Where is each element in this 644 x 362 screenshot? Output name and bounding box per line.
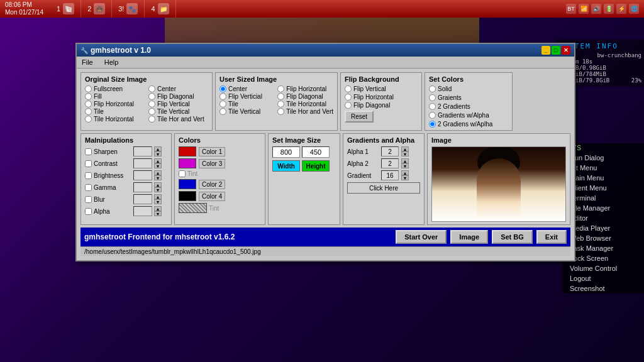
contrast-input[interactable]	[133, 158, 152, 168]
orig-tile-vertical-radio[interactable]	[148, 108, 155, 115]
user-flip-h[interactable]: Flip Horizontal	[277, 85, 333, 92]
user-tile-hv[interactable]: Tile Hor and Vert	[277, 108, 333, 115]
alpha2-up[interactable]: ▲	[401, 158, 409, 163]
color2-swatch[interactable]	[179, 179, 196, 189]
gamma-down[interactable]: ▼	[154, 187, 162, 192]
color-gradients[interactable]: Graients	[429, 94, 508, 101]
contrast-up[interactable]: ▲	[154, 158, 162, 163]
orig-flip-horizontal[interactable]: Flip Horizontal	[85, 101, 145, 107]
orig-flip-horizontal-radio[interactable]	[85, 101, 92, 107]
orig-tile-vertical[interactable]: Tile Vertical	[148, 108, 208, 115]
orig-fill[interactable]: Fill	[85, 93, 145, 100]
start-over-button[interactable]: Start Over	[396, 230, 447, 244]
image-button[interactable]: Image	[450, 230, 488, 244]
orig-tile-hor-vert-radio[interactable]	[148, 116, 155, 123]
color-gradients-radio[interactable]	[429, 94, 436, 101]
color1-swatch[interactable]	[179, 146, 196, 156]
user-center[interactable]: Center	[219, 85, 274, 92]
alpha-up[interactable]: ▲	[154, 206, 162, 211]
gamma-input[interactable]	[133, 182, 152, 192]
color-gradients-alpha[interactable]: Gradients w/Alpha	[429, 112, 508, 119]
orig-fullscreen-radio[interactable]	[85, 85, 92, 92]
orig-flip-vertical[interactable]: Flip Vertical	[148, 101, 208, 107]
flip-horizontal-radio[interactable]	[345, 94, 352, 101]
brightness-checkbox[interactable]	[85, 172, 92, 179]
flip-vertical[interactable]: Flip Vertical	[345, 85, 418, 92]
click-here-button[interactable]: Click Here	[347, 182, 420, 194]
alpha-down[interactable]: ▼	[154, 211, 162, 216]
orig-tile-radio[interactable]	[85, 108, 92, 115]
orig-flip-diagonal[interactable]: Flip Diagonal	[148, 93, 208, 100]
color2-button[interactable]: Color 2	[199, 180, 225, 189]
gamma-checkbox[interactable]	[85, 184, 92, 191]
alpha2-input[interactable]	[381, 158, 399, 168]
alpha1-up[interactable]: ▲	[401, 146, 409, 151]
alpha-checkbox[interactable]	[85, 208, 92, 215]
user-flip-v-radio[interactable]	[219, 93, 226, 100]
user-tile-radio[interactable]	[219, 101, 226, 107]
user-tile-h[interactable]: Tile Horizontal	[277, 101, 333, 107]
orig-tile[interactable]: Tile	[85, 108, 145, 115]
tint-checkbox[interactable]	[179, 170, 186, 177]
close-button[interactable]: ✕	[562, 46, 570, 55]
blur-input[interactable]	[133, 194, 152, 204]
width-label-button[interactable]: Width	[272, 160, 300, 172]
width-input[interactable]	[272, 146, 300, 158]
orig-flip-diagonal-radio[interactable]	[148, 93, 155, 100]
color-2gradients-alpha-radio[interactable]	[429, 121, 436, 128]
blur-down[interactable]: ▼	[154, 199, 162, 204]
orig-center-radio[interactable]	[148, 85, 155, 92]
user-flip-d[interactable]: Flip Diagonal	[277, 93, 333, 100]
brightness-up[interactable]: ▲	[154, 170, 162, 175]
color4-button[interactable]: Color 4	[199, 192, 225, 201]
color4-swatch[interactable]	[179, 191, 196, 201]
height-label-button[interactable]: Height	[302, 160, 330, 172]
orig-fill-radio[interactable]	[85, 93, 92, 100]
minimize-button[interactable]: _	[541, 46, 550, 55]
gamma-up[interactable]: ▲	[154, 182, 162, 187]
color-solid-radio[interactable]	[429, 85, 436, 92]
menu-volume-control[interactable]: Volume Control	[562, 263, 644, 273]
sharpen-up[interactable]: ▲	[154, 146, 162, 151]
blur-checkbox[interactable]	[85, 196, 92, 203]
color-gradients-alpha-radio[interactable]	[429, 112, 436, 119]
user-tile-v[interactable]: Tile Vertical	[219, 108, 274, 115]
user-tile-hv-radio[interactable]	[277, 108, 284, 115]
color-2gradients[interactable]: 2 Gradients	[429, 103, 508, 110]
workspace-4[interactable]: 4 📁	[145, 0, 175, 18]
user-flip-h-radio[interactable]	[277, 85, 284, 92]
orig-tile-horizontal-radio[interactable]	[85, 116, 92, 123]
maximize-button[interactable]: □	[552, 46, 560, 55]
color3-button[interactable]: Color 3	[199, 159, 225, 168]
contrast-checkbox[interactable]	[85, 160, 92, 167]
contrast-down[interactable]: ▼	[154, 163, 162, 168]
sharpen-input[interactable]	[133, 146, 152, 156]
workspace-3[interactable]: 3! 🐾	[112, 0, 145, 18]
color-2gradients-radio[interactable]	[429, 103, 436, 110]
orig-fullscreen[interactable]: Fullscreen	[85, 85, 145, 92]
user-flip-v[interactable]: Flip Verticial	[219, 93, 274, 100]
orig-tile-hor-vert[interactable]: Tile Hor and Vert	[148, 116, 208, 123]
user-center-radio[interactable]	[219, 85, 226, 92]
alpha2-down[interactable]: ▼	[401, 163, 409, 168]
exit-button[interactable]: Exit	[536, 230, 567, 244]
menu-help[interactable]: Help	[102, 58, 121, 67]
alpha-input[interactable]	[133, 206, 152, 216]
orig-tile-horizontal[interactable]: Tile Horizontal	[85, 116, 145, 123]
color-2gradients-alpha[interactable]: 2 Gradiens w/Aplha	[429, 121, 508, 128]
sharpen-checkbox[interactable]	[85, 148, 92, 155]
menu-screenshot[interactable]: Screenshot	[562, 283, 644, 293]
set-bg-button[interactable]: Set BG	[492, 230, 533, 244]
gradient-up[interactable]: ▲	[401, 170, 409, 175]
height-input[interactable]	[302, 146, 330, 158]
flip-diagonal-radio[interactable]	[345, 102, 352, 109]
gradient-down[interactable]: ▼	[401, 175, 409, 180]
user-tile-v-radio[interactable]	[219, 108, 226, 115]
color3-swatch[interactable]	[179, 158, 196, 168]
alpha1-input[interactable]	[381, 146, 399, 156]
sharpen-down[interactable]: ▼	[154, 151, 162, 156]
workspace-2[interactable]: 2 🐻	[81, 0, 112, 18]
reset-button[interactable]: Reset	[345, 111, 374, 123]
flip-diagonal[interactable]: Flip Diagonal	[345, 102, 418, 109]
orig-center[interactable]: Center	[148, 85, 208, 92]
